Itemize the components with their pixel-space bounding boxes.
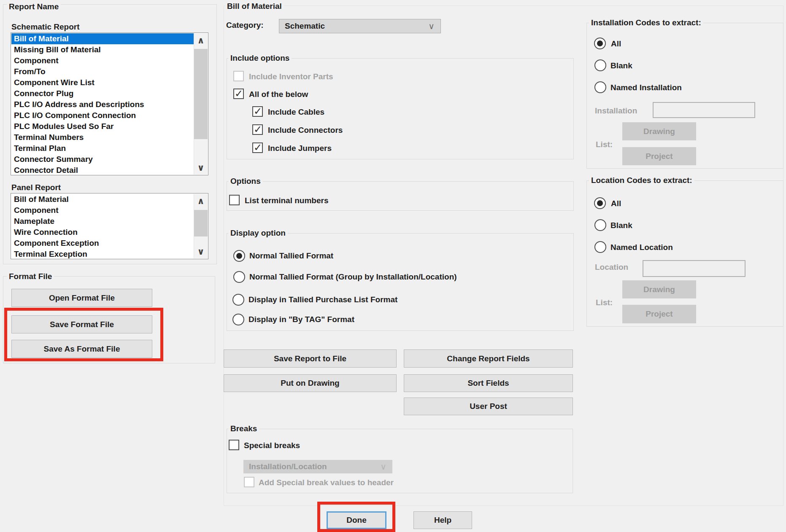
panel-report-label: Panel Report [11, 183, 61, 192]
options-group-label: Options [228, 177, 263, 186]
location-codes-group-label: Location Codes to extract: [589, 176, 694, 185]
installation-drawing-button: Drawing [622, 122, 696, 140]
special-breaks-checkbox[interactable] [229, 440, 239, 450]
save-as-format-file-button[interactable]: Save As Format File [11, 340, 152, 358]
scroll-down-icon[interactable]: ∨ [194, 161, 208, 175]
tallied-purchase-label: Display in Tallied Purchase List Format [248, 295, 397, 304]
scroll-down-icon[interactable]: ∨ [194, 245, 208, 258]
location-named-radio[interactable] [594, 241, 606, 253]
special-breaks-dropdown-value: Installation/Location [243, 462, 327, 471]
include-jumpers-label: Include Jumpers [268, 144, 332, 153]
list-item[interactable]: Connector Plug [11, 88, 194, 99]
save-format-file-button[interactable]: Save Format File [11, 315, 152, 333]
by-tag-label: Display in "By TAG" Format [248, 315, 354, 324]
report-name-group-label: Report Name [7, 2, 61, 11]
installation-all-radio[interactable] [594, 38, 606, 49]
list-item[interactable]: Component [11, 55, 194, 66]
location-field [643, 260, 745, 277]
tallied-purchase-radio[interactable] [232, 294, 244, 306]
category-label: Category: [226, 21, 264, 30]
change-report-fields-button[interactable]: Change Report Fields [404, 349, 573, 368]
installation-all-label: All [611, 39, 621, 48]
list-item[interactable]: Nameplate [11, 216, 194, 227]
normal-tallied-radio[interactable] [233, 250, 245, 262]
location-drawing-button: Drawing [622, 280, 696, 298]
installation-blank-radio[interactable] [594, 59, 606, 71]
include-jumpers-checkbox[interactable] [252, 142, 263, 153]
list-item[interactable]: From/To [11, 66, 194, 77]
installation-blank-label: Blank [610, 61, 632, 70]
scrollbar-thumb[interactable] [194, 49, 208, 139]
report-generator-dialog: Report Name Schematic Report Bill of Mat… [0, 0, 786, 532]
help-button[interactable]: Help [413, 511, 472, 529]
user-post-button[interactable]: User Post [404, 398, 573, 415]
list-item[interactable]: PLC Modules Used So Far [11, 121, 194, 132]
list-item[interactable]: Bill of Material [11, 33, 194, 44]
installation-named-radio[interactable] [594, 81, 606, 93]
location-field-label: Location [595, 263, 628, 272]
normal-tallied-group-radio[interactable] [233, 271, 245, 283]
list-item[interactable]: Component Wire List [11, 77, 194, 88]
include-connectors-label: Include Connectors [268, 126, 343, 135]
sort-fields-button[interactable]: Sort Fields [404, 374, 573, 392]
list-item[interactable]: Terminal Numbers [11, 132, 194, 143]
installation-field-label: Installation [595, 106, 637, 116]
location-blank-label: Blank [610, 221, 632, 230]
add-special-break-checkbox [244, 477, 254, 487]
done-button[interactable]: Done [327, 511, 386, 529]
list-item[interactable]: Bill of Material [11, 194, 194, 205]
installation-codes-group-label: Installation Codes to extract: [589, 18, 703, 27]
installation-list-label: List: [596, 140, 613, 149]
scroll-up-icon[interactable]: ∧ [194, 194, 208, 208]
schematic-list-scrollbar[interactable]: ∧ ∨ [194, 33, 208, 175]
location-all-radio[interactable] [594, 197, 606, 209]
location-list-label: List: [596, 298, 613, 307]
include-cables-checkbox[interactable] [252, 106, 263, 117]
save-report-to-file-button[interactable]: Save Report to File [224, 349, 397, 368]
category-dropdown[interactable]: Schematic ∨ [279, 19, 441, 33]
special-breaks-dropdown: Installation/Location ∨ [243, 460, 392, 473]
special-breaks-label: Special breaks [244, 441, 300, 450]
location-blank-radio[interactable] [594, 219, 606, 231]
by-tag-radio[interactable] [232, 314, 244, 325]
list-item[interactable]: PLC I/O Component Connection [11, 110, 194, 121]
include-connectors-checkbox[interactable] [252, 124, 263, 135]
location-all-label: All [611, 199, 621, 208]
chevron-down-icon: ∨ [428, 21, 435, 31]
list-item[interactable]: Connector Summary [11, 154, 194, 165]
list-item[interactable]: Component Exception [11, 238, 194, 249]
scrollbar-thumb[interactable] [194, 210, 208, 236]
normal-tallied-group-label: Normal Tallied Format (Group by Installa… [249, 272, 457, 282]
panel-list-scrollbar[interactable]: ∧ ∨ [194, 194, 208, 258]
put-on-drawing-button[interactable]: Put on Drawing [224, 374, 397, 392]
location-named-label: Named Location [610, 243, 673, 252]
list-item[interactable]: Connector Detail [11, 165, 194, 175]
open-format-file-button[interactable]: Open Format File [11, 289, 152, 307]
add-special-break-label: Add Special break values to header [259, 478, 394, 487]
include-inventor-parts-checkbox [233, 71, 244, 81]
list-item[interactable]: Component [11, 205, 194, 216]
list-terminal-numbers-label: List terminal numbers [245, 196, 329, 205]
list-item[interactable]: Terminal Exception [11, 249, 194, 258]
breaks-group-label: Breaks [228, 424, 259, 433]
list-terminal-numbers-checkbox[interactable] [229, 195, 240, 205]
all-of-the-below-label: All of the below [249, 90, 308, 99]
panel-report-listbox[interactable]: Bill of MaterialComponentNameplateWire C… [11, 193, 208, 259]
schematic-report-listbox[interactable]: Bill of MaterialMissing Bill of Material… [11, 32, 208, 175]
location-project-button: Project [622, 305, 696, 323]
list-item[interactable]: Terminal Plan [11, 143, 194, 154]
installation-field [653, 102, 755, 118]
panel-report-list: Bill of MaterialComponentNameplateWire C… [11, 194, 194, 258]
include-cables-label: Include Cables [268, 107, 324, 117]
all-of-the-below-checkbox[interactable] [233, 89, 244, 99]
list-item[interactable]: PLC I/O Address and Descriptions [11, 99, 194, 110]
list-item[interactable]: Missing Bill of Material [11, 44, 194, 55]
bill-of-material-group-label: Bill of Material [225, 2, 284, 11]
normal-tallied-label: Normal Tallied Format [249, 251, 333, 261]
category-value: Schematic [279, 21, 325, 31]
schematic-report-label: Schematic Report [11, 22, 80, 32]
list-item[interactable]: Wire Connection [11, 227, 194, 238]
scroll-up-icon[interactable]: ∧ [194, 33, 208, 47]
installation-project-button: Project [622, 147, 696, 165]
display-option-group-label: Display option [228, 228, 288, 238]
